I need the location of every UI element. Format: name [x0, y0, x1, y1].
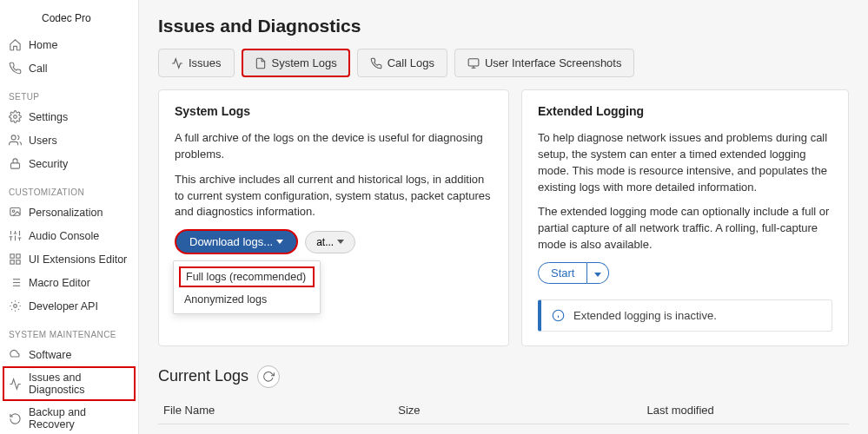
sidebar-section-maintenance: SYSTEM MAINTENANCE — [0, 318, 138, 343]
dropdown-item-full-logs[interactable]: Full logs (recommended) — [179, 266, 315, 287]
col-modified: Last modified — [641, 397, 849, 424]
sidebar-item-software[interactable]: Software — [0, 343, 138, 366]
sidebar-section-setup: SETUP — [0, 80, 138, 105]
phone-icon — [370, 57, 382, 69]
system-logs-card: System Logs A full archive of the logs o… — [158, 89, 509, 346]
col-filename: File Name — [158, 397, 393, 424]
monitor-icon — [467, 57, 480, 69]
dropdown-item-anonymized-logs[interactable]: Anonymized logs — [174, 289, 320, 310]
rotate-icon — [9, 412, 22, 425]
download-logs-button[interactable]: Download logs... — [175, 229, 298, 254]
chevron-down-icon — [594, 273, 601, 277]
tab-label: Issues — [189, 56, 222, 69]
extended-logging-card: Extended Logging To help diagnose networ… — [521, 89, 849, 346]
svg-point-4 — [12, 210, 15, 213]
sliders-icon — [9, 229, 22, 242]
tab-label: Call Logs — [388, 56, 434, 69]
svg-point-1 — [11, 135, 16, 140]
sidebar-item-audio-console[interactable]: Audio Console — [0, 224, 138, 247]
code-icon — [9, 299, 22, 312]
chevron-down-icon — [337, 240, 344, 244]
card-title: Extended Logging — [538, 104, 832, 118]
notice-banner: Extended logging is inactive. — [538, 299, 832, 332]
sidebar-item-users[interactable]: Users — [0, 128, 138, 152]
info-icon — [552, 309, 565, 322]
refresh-button[interactable] — [257, 365, 280, 388]
sidebar-item-personalization[interactable]: Personalization — [0, 201, 138, 224]
sidebar-item-issues-diagnostics[interactable]: Issues and Diagnostics — [3, 366, 136, 401]
tab-issues[interactable]: Issues — [158, 49, 235, 77]
brand-label: Codec Pro — [0, 7, 138, 33]
sidebar-item-home[interactable]: Home — [0, 33, 138, 56]
sidebar-item-label: Backup and Recovery — [29, 406, 129, 431]
card-text: The extended logging mode can optionally… — [538, 204, 832, 253]
card-text: This archive includes all current and hi… — [175, 172, 493, 221]
sidebar-item-security[interactable]: Security — [0, 152, 138, 175]
tabs: Issues System Logs Call Logs User Interf… — [158, 49, 849, 77]
col-size: Size — [393, 397, 641, 424]
list-icon — [9, 276, 22, 289]
notice-text: Extended logging is inactive. — [573, 309, 717, 322]
cloud-icon — [9, 348, 22, 361]
card-text: To help diagnose network issues and prob… — [538, 130, 832, 195]
tab-call-logs[interactable]: Call Logs — [357, 49, 447, 77]
sidebar-item-ui-extensions[interactable]: UI Extensions Editor — [0, 247, 138, 271]
svg-rect-16 — [468, 58, 479, 65]
svg-rect-7 — [10, 260, 14, 264]
home-icon — [9, 38, 22, 51]
sidebar-item-label: Personalization — [29, 207, 103, 219]
download-dropdown: Full logs (recommended) Anonymized logs — [173, 260, 321, 314]
gear-icon — [9, 110, 22, 123]
sidebar-item-label: Users — [29, 135, 57, 147]
sidebar-item-label: Security — [29, 158, 68, 170]
lock-icon — [9, 157, 22, 170]
sidebar-item-settings[interactable]: Settings — [0, 105, 138, 128]
start-button[interactable]: Start — [538, 262, 587, 284]
sidebar-item-developer-api[interactable]: Developer API — [0, 294, 138, 318]
sidebar-item-label: Audio Console — [29, 230, 99, 242]
svg-point-15 — [14, 305, 17, 308]
tab-ui-screenshots[interactable]: User Interface Screenshots — [454, 49, 635, 77]
svg-rect-8 — [17, 260, 20, 264]
card-text: A full archive of the logs on the device… — [175, 130, 493, 163]
sidebar-section-customization: CUSTOMIZATION — [0, 175, 138, 201]
tab-label: System Logs — [272, 56, 337, 69]
button-label: Download logs... — [189, 235, 273, 248]
start-dropdown-button[interactable] — [587, 262, 609, 284]
page-title: Issues and Diagnostics — [158, 16, 849, 36]
sidebar-item-label: Home — [29, 39, 57, 51]
sidebar-item-backup-recovery[interactable]: Backup and Recovery — [0, 401, 138, 434]
svg-rect-6 — [17, 254, 20, 258]
sidebar-item-call[interactable]: Call — [0, 56, 138, 80]
svg-rect-2 — [11, 163, 20, 168]
image-icon — [9, 206, 22, 219]
chevron-down-icon — [276, 240, 283, 244]
refresh-icon — [262, 371, 275, 383]
log-size: 21 kB — [393, 424, 641, 434]
sidebar-item-label: Issues and Diagnostics — [29, 372, 129, 396]
secondary-button[interactable]: at... — [305, 231, 355, 253]
current-logs-title: Current Logs — [158, 367, 248, 385]
activity-icon — [171, 57, 183, 69]
tab-system-logs[interactable]: System Logs — [242, 49, 350, 77]
current-logs-table: File Name Size Last modified auth.log 21… — [158, 397, 849, 434]
sidebar-item-label: Developer API — [29, 300, 98, 312]
svg-point-0 — [14, 115, 17, 119]
svg-rect-5 — [10, 254, 14, 258]
file-icon — [255, 57, 267, 69]
main-content: Issues and Diagnostics Issues System Log… — [139, 0, 868, 434]
users-icon — [9, 134, 22, 147]
sidebar: Codec Pro Home Call SETUP Settings Users… — [0, 0, 139, 434]
sidebar-item-label: Macro Editor — [29, 277, 90, 289]
card-title: System Logs — [175, 104, 493, 118]
grid-icon — [9, 253, 22, 266]
sidebar-item-label: UI Extensions Editor — [29, 253, 127, 266]
log-modified — [641, 424, 849, 434]
sidebar-item-macro-editor[interactable]: Macro Editor — [0, 271, 138, 294]
sidebar-item-label: Settings — [29, 111, 68, 123]
tab-label: User Interface Screenshots — [485, 56, 622, 69]
activity-icon — [9, 378, 22, 391]
table-row: auth.log 21 kB — [158, 424, 849, 434]
sidebar-item-label: Software — [29, 349, 71, 361]
button-label: at... — [316, 236, 334, 248]
